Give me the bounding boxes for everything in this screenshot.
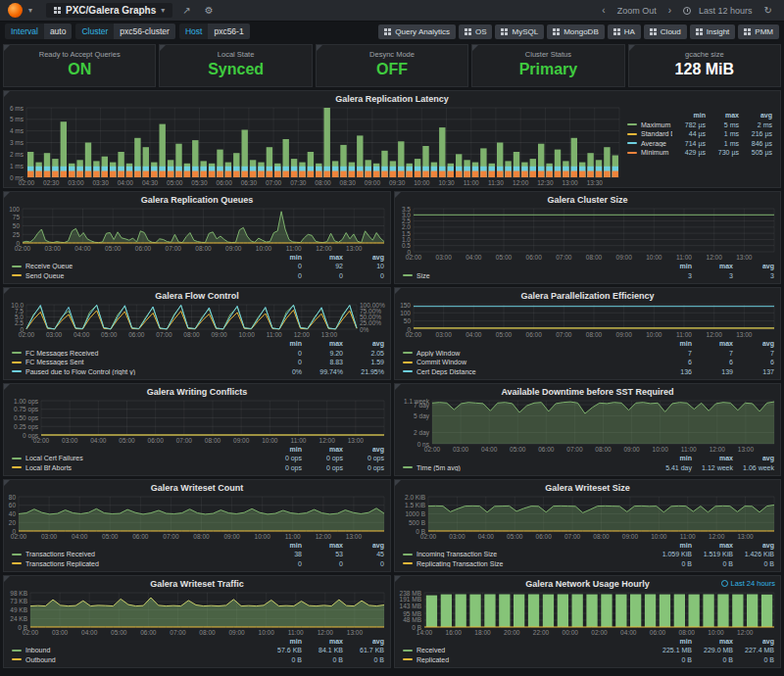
panel-title[interactable]: Galera Flow Control xyxy=(4,288,390,302)
legend-series-toggle[interactable]: Received xyxy=(403,647,651,653)
cluster-size-chart-plot[interactable]: 02:0003:0004:0005:0006:0007:0008:0009:00… xyxy=(395,206,780,262)
svg-text:06:00: 06:00 xyxy=(536,533,553,540)
legend-series-toggle[interactable]: FC Messages Received xyxy=(12,350,261,357)
pan-left-icon[interactable]: ‹ xyxy=(598,5,609,16)
panel-title[interactable]: Galera Network Usage Hourly Last 24 hour… xyxy=(395,576,780,590)
legend-series-toggle[interactable]: Local Cert Failures xyxy=(12,455,261,461)
flow-control-chart-plot[interactable]: 02:0003:0004:0005:0006:0007:0008:0009:00… xyxy=(4,302,390,339)
clock-icon xyxy=(683,7,691,15)
svg-text:08:00: 08:00 xyxy=(586,254,603,261)
link-cloud[interactable]: Cloud xyxy=(644,24,687,39)
legend-series-toggle[interactable]: Receive Queue xyxy=(12,263,261,269)
legend-row: Average714 µs1 ms846 µs xyxy=(627,139,772,149)
legend-max: 0 B xyxy=(692,560,733,567)
legend-series-toggle[interactable]: Size xyxy=(403,272,651,279)
legend-series-toggle[interactable]: Inbound xyxy=(12,647,261,653)
svg-text:13:00: 13:00 xyxy=(348,437,365,444)
traffic-chart-plot[interactable]: 02:0003:0004:0005:0006:0007:0008:0009:00… xyxy=(4,590,390,637)
panel-title[interactable]: Galera Writeset Count xyxy=(4,480,390,494)
queues-chart-plot[interactable]: 02:0003:0004:0005:0006:0007:0008:0009:00… xyxy=(4,206,390,253)
panel-title[interactable]: Galera Replication Queues xyxy=(4,192,390,206)
writeset-count-chart-plot[interactable]: 02:0003:0004:0005:0006:0007:0008:0009:00… xyxy=(4,494,390,541)
svg-text:100: 100 xyxy=(400,310,411,316)
share-icon[interactable]: ↗ xyxy=(178,5,194,16)
link-pmm[interactable]: PMM xyxy=(738,24,779,39)
refresh-icon[interactable]: ↻ xyxy=(760,5,776,16)
legend-avg: 1.59 xyxy=(343,359,384,365)
interval-value-dropdown[interactable]: auto xyxy=(44,24,73,39)
panel-title[interactable]: Galera Parallelization Efficiency xyxy=(395,288,780,302)
settings-gear-icon[interactable]: ⚙ xyxy=(201,5,218,16)
legend-series-toggle[interactable]: Minimum xyxy=(627,149,672,156)
dashboard-title-picker[interactable]: PXC/Galera Graphs ▾ xyxy=(46,3,172,18)
interval-variable: Interval auto xyxy=(5,24,72,39)
link-ha[interactable]: HA xyxy=(608,24,641,39)
svg-text:11:00: 11:00 xyxy=(286,245,302,252)
network-chart-plot[interactable]: 14:0016:0018:0020:0022:0000:0002:0004:00… xyxy=(395,590,780,637)
writeset-size-chart-plot[interactable]: 02:0003:0004:0005:0006:0007:0008:0009:00… xyxy=(395,494,780,541)
link-query-analytics[interactable]: Query Analytics xyxy=(378,24,456,39)
legend-row: Size333 xyxy=(403,271,774,281)
svg-text:13:00: 13:00 xyxy=(736,331,753,338)
conflicts-chart-plot[interactable]: 02:0003:0004:0005:0006:0007:0008:0009:00… xyxy=(4,398,390,445)
panel-title[interactable]: Galera Replication Latency xyxy=(4,91,780,105)
link-insight[interactable]: Insight xyxy=(690,24,736,39)
svg-text:10:30: 10:30 xyxy=(438,179,455,186)
legend-series-toggle[interactable]: Replicated xyxy=(403,656,651,663)
panel-title[interactable]: Galera Cluster Size xyxy=(395,192,780,206)
svg-text:05:00: 05:00 xyxy=(119,437,135,444)
svg-text:09:00: 09:00 xyxy=(228,629,245,636)
stat-local-state: Local State Synced xyxy=(159,44,312,87)
legend-series-toggle[interactable]: FC Messages Sent xyxy=(12,359,261,365)
legend-min: 0 ops xyxy=(261,464,302,471)
legend-series-toggle[interactable]: Cert Deps Distance xyxy=(403,368,651,375)
panel-title[interactable]: Available Downtime before SST Required xyxy=(395,384,780,398)
grafana-logo[interactable] xyxy=(8,3,23,18)
legend-series-toggle[interactable]: Local Bf Aborts xyxy=(12,464,261,471)
legend-series-toggle[interactable]: Standard Deviation xyxy=(627,130,672,137)
link-mysql[interactable]: MySQL xyxy=(495,24,544,39)
legend-series-toggle[interactable]: Average xyxy=(627,140,672,147)
legend-series-toggle[interactable]: Send Queue xyxy=(12,272,261,279)
link-mongodb[interactable]: MongoDB xyxy=(547,24,605,39)
panel-time-override[interactable]: Last 24 hours xyxy=(721,579,775,588)
svg-text:4 ms: 4 ms xyxy=(10,127,24,134)
svg-text:1.00 ops: 1.00 ops xyxy=(14,398,39,406)
pan-right-icon[interactable]: › xyxy=(664,5,675,16)
time-range-picker[interactable]: Last 12 hours xyxy=(699,6,753,16)
svg-text:07:00: 07:00 xyxy=(166,245,182,252)
svg-text:11:00: 11:00 xyxy=(681,446,697,453)
svg-text:03:00: 03:00 xyxy=(436,254,453,261)
legend-series-toggle[interactable]: Replicating Transaction Size xyxy=(403,560,651,567)
legend-avg: 7 xyxy=(733,350,774,357)
legend-series-toggle[interactable]: Maximum xyxy=(627,121,672,128)
panel-title[interactable]: Galera Writeset Traffic xyxy=(4,576,390,590)
legend-series-toggle[interactable]: Transactions Replicated xyxy=(12,560,261,567)
legend-header: minmaxavg xyxy=(403,637,774,647)
svg-text:06:00: 06:00 xyxy=(148,437,165,444)
latency-chart-plot[interactable]: 02:0002:3003:0003:3004:0004:3005:0005:30… xyxy=(4,105,625,187)
legend-series-toggle[interactable]: Time (5m avg) xyxy=(403,464,651,471)
logo-caret-icon[interactable]: ▾ xyxy=(28,6,32,15)
downtime-chart-plot[interactable]: 02:0003:0004:0005:0006:0007:0008:0009:00… xyxy=(395,398,780,454)
host-value-dropdown[interactable]: pxc56-1 xyxy=(208,24,249,39)
svg-text:07:00: 07:00 xyxy=(556,331,572,338)
legend-series-toggle[interactable]: Transactions Received xyxy=(12,551,261,557)
legend-series-toggle[interactable]: Apply Window xyxy=(403,350,651,357)
legend-avg: 505 µs xyxy=(739,149,772,156)
top-navbar: ▾ PXC/Galera Graphs ▾ ↗ ⚙ ‹ Zoom Out › L… xyxy=(0,0,784,22)
svg-text:11:00: 11:00 xyxy=(267,331,282,338)
legend-row: FC Messages Received09.202.05 xyxy=(12,349,384,359)
dashboard-links: Query Analytics OS MySQL MongoDB HA Clou… xyxy=(378,24,779,39)
legend-series-toggle[interactable]: Incoming Transaction Size xyxy=(403,551,651,557)
parallelization-chart-plot[interactable]: 02:0003:0004:0005:0006:0007:0008:0009:00… xyxy=(395,302,780,339)
link-os[interactable]: OS xyxy=(459,24,493,39)
cluster-value-dropdown[interactable]: pxc56-cluster xyxy=(114,24,175,39)
zoom-out-button[interactable]: Zoom Out xyxy=(617,6,657,16)
legend-series-toggle[interactable]: Commit Window xyxy=(403,359,651,365)
svg-text:04:00: 04:00 xyxy=(466,331,482,338)
panel-title[interactable]: Galera Writeset Size xyxy=(395,480,780,494)
panel-title[interactable]: Galera Writing Conflicts xyxy=(4,384,390,398)
legend-series-toggle[interactable]: Outbound xyxy=(12,656,261,663)
legend-series-toggle[interactable]: Paused due to Flow Control (right y) xyxy=(12,368,261,375)
